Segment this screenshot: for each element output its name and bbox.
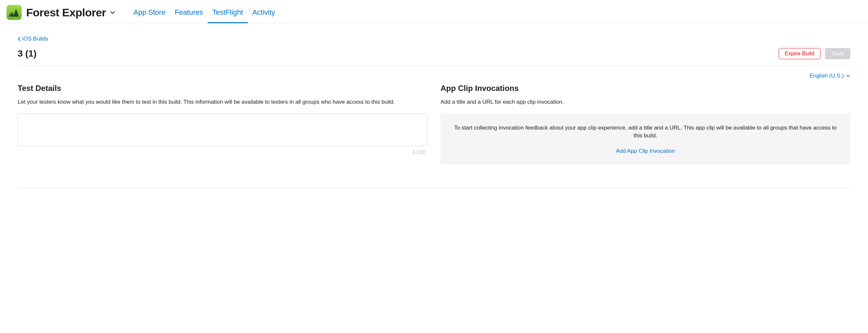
title-row: 3 (1) Expire Build Save xyxy=(18,48,850,66)
language-label: English (U.S.) xyxy=(809,73,844,79)
char-count: 4,000 xyxy=(412,149,426,156)
add-invocation-link[interactable]: Add App Clip Invocation xyxy=(616,148,675,155)
tab-activity[interactable]: Activity xyxy=(248,2,280,23)
test-details-heading: Test Details xyxy=(18,84,428,93)
test-details-input-wrap: 4,000 xyxy=(18,113,428,148)
app-clip-section: App Clip Invocations Add a title and a U… xyxy=(440,84,850,165)
two-column-layout: Test Details Let your testers know what … xyxy=(18,84,850,165)
chevron-down-icon xyxy=(846,74,850,78)
breadcrumb-back[interactable]: iOS Builds xyxy=(18,36,48,42)
invocation-box-text: To start collecting invocation feedback … xyxy=(454,124,837,140)
app-title: Forest Explorer xyxy=(26,6,106,19)
app-clip-description: Add a title and a URL for each app clip … xyxy=(440,98,850,106)
app-icon xyxy=(6,5,22,20)
invocation-empty-box: To start collecting invocation feedback … xyxy=(440,113,850,165)
language-selector[interactable]: English (U.S.) xyxy=(809,73,850,79)
test-details-input[interactable] xyxy=(18,113,428,146)
test-details-description: Let your testers know what you would lik… xyxy=(18,98,428,106)
app-clip-heading: App Clip Invocations xyxy=(440,84,850,93)
expire-build-button[interactable]: Expire Build xyxy=(779,48,821,59)
title-actions: Expire Build Save xyxy=(779,48,850,59)
bottom-divider xyxy=(18,188,850,188)
tab-features[interactable]: Features xyxy=(170,2,208,23)
tab-testflight[interactable]: TestFlight xyxy=(208,2,247,23)
svg-rect-0 xyxy=(6,5,22,20)
breadcrumb-label: iOS Builds xyxy=(22,36,48,42)
chevron-down-icon xyxy=(109,9,116,16)
content-area: iOS Builds 3 (1) Expire Build Save Engli… xyxy=(0,23,868,201)
app-switcher[interactable]: Forest Explorer xyxy=(26,6,116,19)
tab-app-store[interactable]: App Store xyxy=(129,2,170,23)
test-details-section: Test Details Let your testers know what … xyxy=(18,84,428,165)
nav-tabs: App Store Features TestFlight Activity xyxy=(129,2,280,23)
save-button: Save xyxy=(825,48,850,59)
app-header: Forest Explorer App Store Features TestF… xyxy=(0,0,868,23)
build-title: 3 (1) xyxy=(18,48,37,59)
chevron-left-icon xyxy=(18,37,21,41)
language-row: English (U.S.) xyxy=(18,73,850,79)
